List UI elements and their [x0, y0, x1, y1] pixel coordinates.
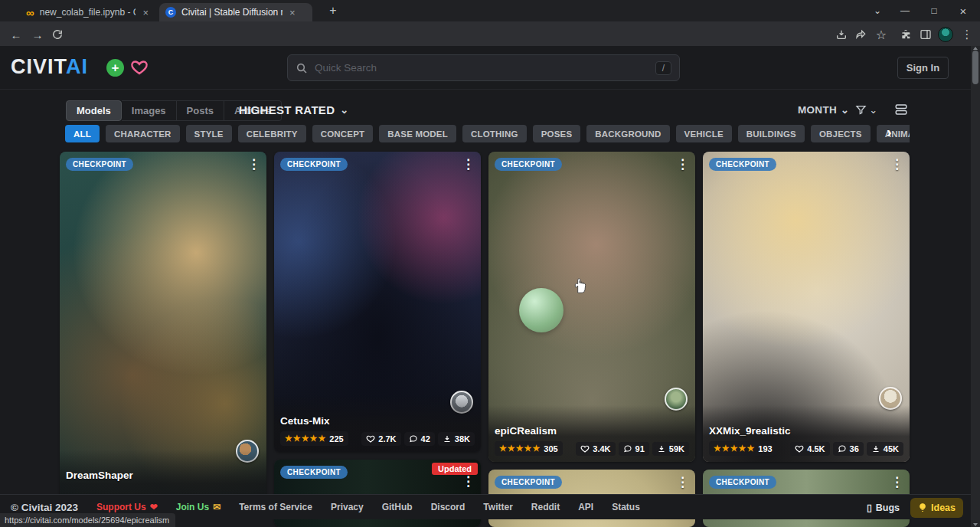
scroll-down-arrow[interactable] — [973, 523, 978, 526]
model-card-dreamshaper[interactable]: CHECKPOINT ⋮ DreamShaper — [60, 152, 266, 512]
downloads-count: 38K — [455, 434, 470, 444]
chip-vehicle[interactable]: VEHICLE — [676, 125, 732, 142]
period-dropdown[interactable]: MONTH ⌄ — [798, 104, 849, 116]
github-link[interactable]: GitHub — [382, 502, 413, 512]
tab-posts[interactable]: Posts — [177, 100, 224, 121]
chip-base-model[interactable]: BASE MODEL — [379, 125, 456, 142]
reload-icon[interactable] — [49, 26, 66, 43]
chip-celebrity[interactable]: CELEBRITY — [238, 125, 306, 142]
layout-toggle-icon[interactable] — [894, 103, 908, 116]
chips-scroll-right-icon[interactable]: › — [887, 123, 892, 141]
checkpoint-badge: CHECKPOINT — [280, 158, 348, 171]
new-tab-button[interactable]: + — [325, 2, 341, 19]
card-menu-icon[interactable]: ⋮ — [462, 156, 475, 172]
forward-icon[interactable]: → — [29, 26, 46, 43]
terms-link[interactable]: Terms of Service — [239, 502, 312, 512]
join-us-link[interactable]: Join Us ✉ — [176, 502, 220, 512]
downloads-pill: 45K — [867, 442, 903, 456]
window-maximize-button[interactable]: □ — [920, 0, 948, 21]
browser-tab-colab[interactable]: ∞ new_colab_file.ipynb - Colaborat × — [20, 3, 156, 21]
sign-in-button[interactable]: Sign In — [897, 57, 949, 79]
filter-funnel-icon[interactable]: ⌄ — [855, 104, 877, 116]
twitter-link[interactable]: Twitter — [483, 502, 512, 512]
download-icon — [443, 434, 452, 444]
back-icon[interactable]: ← — [8, 26, 24, 43]
card-menu-icon[interactable]: ⋮ — [462, 473, 475, 489]
scroll-up-arrow[interactable] — [973, 47, 978, 50]
create-plus-button[interactable]: + — [106, 59, 124, 77]
chip-all[interactable]: ALL — [65, 125, 100, 142]
tab-title: new_colab_file.ipynb - Colaborat — [40, 7, 136, 18]
likes-count: 2.7K — [378, 434, 396, 444]
chip-poses[interactable]: POSES — [533, 125, 581, 142]
quick-search-bar[interactable]: / — [287, 54, 680, 81]
browser-menu-icon[interactable]: ⋮ — [959, 26, 975, 43]
civitai-logo[interactable]: CIVITAI — [11, 54, 88, 80]
mouse-cursor-hand — [573, 277, 588, 294]
search-input[interactable] — [315, 62, 648, 74]
tab-close-icon[interactable]: × — [141, 7, 150, 18]
tab-close-icon[interactable]: × — [288, 7, 297, 18]
ideas-button[interactable]: Ideas — [910, 498, 963, 518]
scrollbar-thumb[interactable] — [972, 51, 978, 84]
envelope-icon: ✉ — [213, 502, 220, 512]
model-card-epicrealism[interactable]: CHECKPOINT ⋮ epiCRealism ★★★★★ 305 3.4K … — [488, 152, 695, 462]
heart-icon — [580, 444, 590, 453]
tab-models[interactable]: Models — [66, 100, 122, 121]
chip-character[interactable]: CHARACTER — [106, 125, 180, 142]
page-scrollbar[interactable] — [971, 46, 980, 527]
checkpoint-badge: CHECKPOINT — [280, 466, 348, 479]
rating-count: 225 — [329, 434, 343, 444]
category-chips: ALL CHARACTER STYLE CELEBRITY CONCEPT BA… — [65, 125, 910, 143]
card-menu-icon[interactable]: ⋮ — [890, 156, 903, 172]
download-icon — [871, 444, 880, 453]
chip-buildings[interactable]: BUILDINGS — [738, 125, 805, 142]
chip-animal[interactable]: ANIMAL — [877, 125, 910, 142]
chip-style[interactable]: STYLE — [186, 125, 232, 142]
discord-link[interactable]: Discord — [431, 502, 466, 512]
tab-images[interactable]: Images — [122, 100, 177, 121]
status-link[interactable]: Status — [612, 502, 640, 512]
bookmark-star-icon[interactable]: ☆ — [873, 26, 890, 43]
card-stats: ★★★★★ 193 4.5K 36 45K — [709, 441, 903, 456]
card-menu-icon[interactable]: ⋮ — [247, 156, 260, 172]
sort-dropdown[interactable]: HIGHEST RATED ⌄ — [239, 103, 349, 116]
heart-icon: ❤ — [150, 502, 158, 512]
bugs-link[interactable]: ▯ Bugs — [867, 502, 900, 513]
link-status-bubble: https://civitai.com/models/25694/epicrea… — [0, 513, 175, 527]
bugs-label: Bugs — [876, 502, 900, 513]
comments-count: 91 — [635, 444, 645, 453]
checkpoint-badge: CHECKPOINT — [709, 158, 776, 171]
share-icon[interactable] — [853, 26, 870, 43]
favorites-heart-icon[interactable] — [130, 58, 149, 77]
bug-icon: ▯ — [867, 502, 872, 513]
privacy-link[interactable]: Privacy — [331, 502, 364, 512]
likes-count: 4.5K — [807, 444, 825, 453]
card-menu-icon[interactable]: ⋮ — [890, 474, 903, 490]
card-menu-icon[interactable]: ⋮ — [676, 156, 689, 172]
model-title: epiCRealism — [495, 425, 689, 437]
chevron-down-icon: ⌄ — [869, 105, 877, 115]
chip-background[interactable]: BACKGROUND — [586, 125, 669, 142]
extensions-puzzle-icon[interactable] — [897, 26, 914, 43]
side-panel-icon[interactable] — [917, 26, 934, 43]
download-page-icon[interactable] — [833, 26, 850, 43]
window-minimize-button[interactable]: — — [891, 0, 919, 21]
profile-avatar[interactable] — [937, 26, 954, 43]
chip-objects[interactable]: OBJECTS — [811, 125, 871, 142]
reddit-link[interactable]: Reddit — [531, 502, 560, 512]
downloads-count: 45K — [884, 444, 899, 453]
model-card-cetus-mix[interactable]: CHECKPOINT ⋮ Cetus-Mix ★★★★★ 225 2.7K 42 — [274, 152, 481, 452]
comments-pill: 36 — [833, 442, 864, 456]
browser-tab-civitai[interactable]: C Civitai | Stable Diffusion models, × — [159, 3, 312, 21]
rating-count: 193 — [758, 444, 772, 453]
checkpoint-badge: CHECKPOINT — [495, 158, 562, 171]
card-menu-icon[interactable]: ⋮ — [676, 474, 689, 490]
model-card-xxmix9realistic[interactable]: CHECKPOINT ⋮ XXMix_9realistic ★★★★★ 193 … — [703, 152, 910, 462]
window-close-button[interactable]: × — [949, 0, 977, 21]
chip-concept[interactable]: CONCEPT — [312, 125, 374, 142]
api-link[interactable]: API — [578, 502, 593, 512]
chip-clothing[interactable]: CLOTHING — [462, 125, 527, 142]
support-us-link[interactable]: Support Us ❤ — [96, 502, 158, 512]
tab-search-chevron-icon[interactable]: ⌄ — [864, 0, 891, 21]
